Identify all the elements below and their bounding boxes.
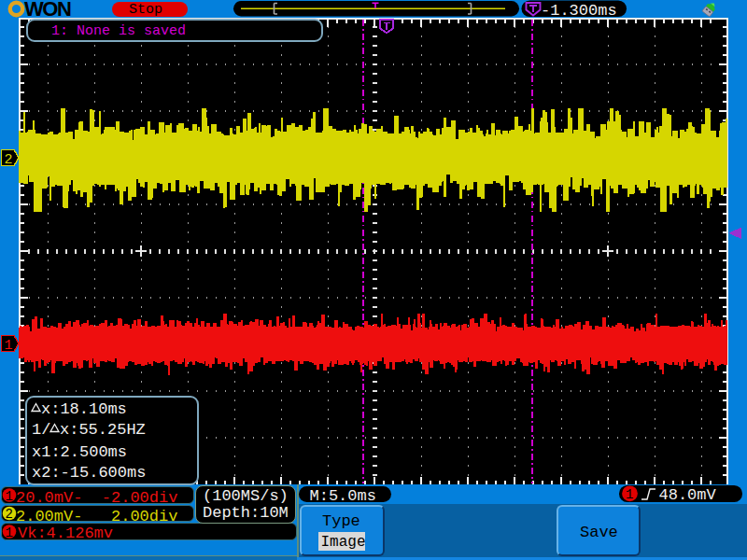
svg-text:1: 1 [5,338,13,354]
svg-text:2: 2 [5,152,13,168]
svg-text:2: 2 [6,507,13,522]
svg-text:1: 1 [6,525,13,540]
svg-text:1: 1 [626,487,633,502]
svg-text:1: 1 [6,489,13,504]
svg-text:WON: WON [24,0,71,19]
